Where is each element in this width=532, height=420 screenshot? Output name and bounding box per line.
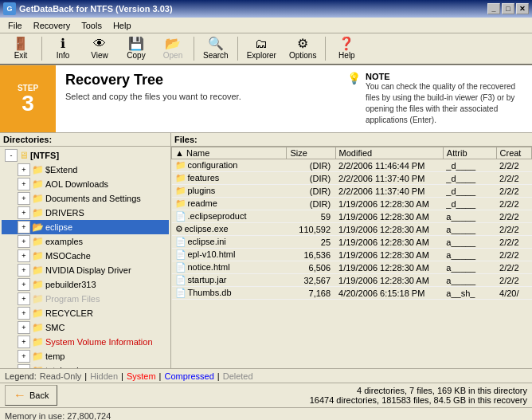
options-button[interactable]: ⚙ Options [284,35,322,62]
legend-label: Legend: [5,371,37,381]
table-row[interactable]: 📄eclipse.ini251/19/2006 12:28:30 AMa____… [172,236,532,249]
tree-item-recycler[interactable]: + 📁 RECYCLER [2,306,169,320]
tree-item-smc[interactable]: + 📁 SMC [2,320,169,335]
exit-label: Exit [14,51,28,60]
step-box: STEP 3 [0,65,56,132]
file-attrib-cell: a__sh_ [443,287,496,300]
tree-item-pebuilder[interactable]: + 📁 pebuilder313 [2,277,169,292]
table-row[interactable]: 📁features(DIR)2/2/2006 11:37:40 PM_d____… [172,172,532,185]
table-row[interactable]: 📁readme(DIR)1/19/2006 12:28:30 AM_d____2… [172,198,532,210]
tree-item-ntfs[interactable]: - 🖥 [NTFS] [2,148,169,163]
close-button[interactable]: ✕ [516,3,529,14]
expand-examples[interactable]: + [18,235,30,248]
table-row[interactable]: 📁configuration(DIR)2/2/2006 11:46:44 PM_… [172,159,532,172]
file-type-icon: 📄 [175,275,186,285]
menu-help[interactable]: Help [108,20,136,31]
dir-scroll[interactable]: - 🖥 [NTFS] + 📁 $Extend + 📁 AOL Downloads [0,147,170,368]
tree-item-docs[interactable]: + 📁 Documents and Settings [2,191,169,206]
file-name-cell: 📄Thumbs.db [172,287,287,300]
file-creat-cell: 2/2/2 [496,261,531,274]
exit-button[interactable]: 🚪 Exit [3,35,38,62]
menu-tools[interactable]: Tools [76,20,107,31]
table-row[interactable]: 📄epl-v10.html16,5361/19/2006 12:28:30 AM… [172,249,532,261]
expand-pebuilder[interactable]: + [18,278,30,291]
separator-4 [325,37,326,61]
expand-recycler[interactable]: + [18,307,30,320]
menu-file[interactable]: File [3,20,27,31]
tree-item-program[interactable]: + 📁 Program Files [2,292,169,306]
expand-sysvolinfo[interactable]: + [18,336,30,348]
info-button[interactable]: ℹ Info [45,35,80,62]
files-header: Files: [171,133,532,147]
file-size-cell: (DIR) [287,172,335,185]
table-row[interactable]: 📄.eclipseproduct591/19/2006 12:28:30 AMa… [172,210,532,223]
expand-docs[interactable]: + [18,192,30,205]
copy-button[interactable]: 💾 Copy [119,35,154,62]
file-size-cell: (DIR) [287,198,335,210]
open-button: 📂 Open [155,35,190,62]
tree-item-sysvolinfo[interactable]: + 📁 System Volume Information [2,335,169,349]
back-button[interactable]: ← Back [5,385,57,406]
expand-extend[interactable]: + [18,163,30,176]
explorer-label: Explorer [247,51,276,60]
tree-item-aol[interactable]: + 📁 AOL Downloads [2,177,169,191]
view-button[interactable]: 👁 View [82,35,117,62]
tree-item-totalcmd[interactable]: + 📁 totalcmd [2,363,169,368]
table-row[interactable]: ⚙eclipse.exe110,5921/19/2006 12:28:30 AM… [172,223,532,236]
search-icon: 🔍 [208,37,224,50]
separator-1 [41,37,42,61]
col-header-name[interactable]: ▲ Name [172,147,287,159]
expand-smc[interactable]: + [18,321,30,334]
help-button[interactable]: ❓ Help [329,35,364,62]
eclipse-label: eclipse [45,222,72,232]
col-header-modified[interactable]: Modified [335,147,443,159]
expand-nvidia[interactable]: + [18,264,30,277]
explorer-button[interactable]: 🗂 Explorer [241,35,282,62]
help-icon: ❓ [338,37,354,50]
main-area: Directories: - 🖥 [NTFS] + 📁 $Extend + [0,133,532,368]
file-name-cell: 📄notice.html [172,261,287,274]
table-row[interactable]: 📄Thumbs.db7,1684/20/2006 6:15:18 PMa__sh… [172,287,532,300]
expand-drivers[interactable]: + [18,206,30,219]
menu-recovery[interactable]: Recovery [29,20,75,31]
tree-item-msocache[interactable]: + 📁 MSOCache [2,249,169,263]
maximize-button[interactable]: □ [502,3,514,14]
tree-item-extend[interactable]: + 📁 $Extend [2,163,169,177]
step-title: Recovery Tree [65,72,331,88]
sysvolinfo-label: System Volume Information [45,337,153,347]
expand-ntfs[interactable]: - [5,149,18,162]
expand-msocache[interactable]: + [18,249,30,262]
expand-temp[interactable]: + [18,350,30,363]
expand-aol[interactable]: + [18,178,30,190]
menu-bar: File Recovery Tools Help [0,18,532,33]
file-modified-cell: 1/19/2006 12:28:30 AM [335,223,443,236]
title-bar: G GetDataBack for NTFS (Version 3.03) _ … [0,0,532,18]
tree-item-nvidia[interactable]: + 📁 NVIDIA Display Driver [2,263,169,277]
file-size-cell: 59 [287,210,335,223]
expand-eclipse[interactable]: + [18,221,30,234]
expand-totalcmd[interactable]: + [18,364,30,368]
tree-item-eclipse[interactable]: + 📂 eclipse [2,220,169,234]
col-header-attrib[interactable]: Attrib [443,147,496,159]
col-header-size[interactable]: Size [287,147,335,159]
minimize-button[interactable]: _ [487,3,500,14]
col-header-creat[interactable]: Creat [496,147,531,159]
expand-program[interactable]: + [18,292,30,305]
files-table-wrap[interactable]: ▲ Name Size Modified Attrib Creat 📁confi… [171,147,532,368]
table-row[interactable]: 📁plugins(DIR)2/2/2006 11:37:40 PM_d____2… [172,185,532,198]
folder-icon-temp: 📁 [32,351,44,362]
file-name-cell: 📄startup.jar [172,274,287,287]
search-button[interactable]: 🔍 Search [198,35,234,62]
legend-readonly: Read-Only [40,371,82,381]
legend-deleted: Deleted [223,371,253,381]
table-row[interactable]: 📄notice.html6,5061/19/2006 12:28:30 AMa_… [172,261,532,274]
tree-item-examples[interactable]: + 📁 examples [2,234,169,249]
tree-item-drivers[interactable]: + 📁 DRIVERS [2,206,169,220]
table-row[interactable]: 📄startup.jar32,5671/19/2006 12:28:30 AMa… [172,274,532,287]
note-text: You can check the quality of the recover… [366,81,526,126]
tree-item-temp[interactable]: + 📁 temp [2,349,169,363]
folder-icon-msocache: 📁 [32,250,44,261]
directories-header: Directories: [0,133,170,147]
folder-icon-pebuilder: 📁 [32,279,44,290]
file-attrib-cell: a_____ [443,236,496,249]
